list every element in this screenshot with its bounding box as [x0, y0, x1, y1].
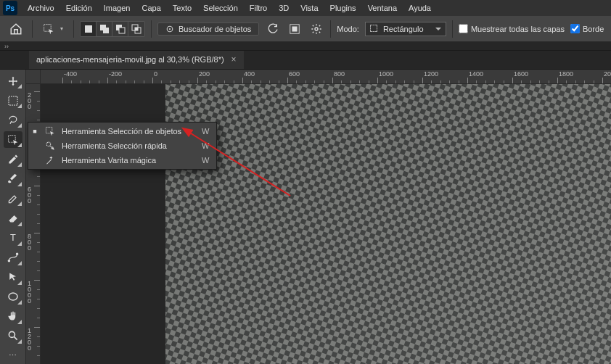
tool-eraser[interactable]: [4, 210, 22, 226]
tool-zoom[interactable]: [4, 328, 22, 344]
object-finder-label: Buscador de objetos: [179, 25, 251, 33]
flyout-item-quick-select[interactable]: Herramienta Selección rápida W: [28, 138, 216, 153]
svg-rect-1: [85, 25, 92, 33]
tool-path[interactable]: [4, 249, 22, 266]
hard-edge-label: Borde: [583, 25, 604, 33]
marquee-icon: [370, 25, 377, 32]
tool-brush[interactable]: [4, 170, 22, 187]
object-select-icon: [43, 23, 54, 35]
subtract-selection-icon: [115, 24, 126, 34]
refresh-button[interactable]: [265, 21, 281, 37]
selection-intersect[interactable]: [128, 22, 144, 36]
menu-archivo[interactable]: Archivo: [22, 2, 60, 14]
ruler-tick: 1400: [467, 70, 468, 83]
home-button[interactable]: [6, 19, 26, 39]
workspace: T ⋯ -400-2000200400600800100012001400160…: [0, 70, 611, 364]
ruler-tick: 2000: [602, 70, 603, 83]
tool-ellipse[interactable]: [4, 289, 22, 305]
intersect-selection-icon: [131, 24, 142, 34]
object-select-icon: [44, 125, 56, 137]
menu-capa[interactable]: Capa: [136, 2, 166, 14]
menu-vista[interactable]: Vista: [295, 2, 324, 14]
ruler-tick: -200: [107, 70, 108, 83]
document-image: [165, 84, 611, 364]
document-tab[interactable]: aplicaciones-mensajeria-movil.jpg al 30,…: [29, 51, 244, 69]
separator: [32, 20, 33, 38]
ruler-tick: 400: [242, 70, 243, 83]
canvas-area: -400-20002004006008001000120014001600180…: [26, 70, 611, 364]
tool-move[interactable]: [4, 73, 22, 89]
selected-indicator: ■: [31, 128, 38, 135]
menu-ayuda[interactable]: Ayuda: [403, 2, 437, 14]
flyout-item-object-select[interactable]: ■ Herramienta Selección de objetos W: [28, 124, 216, 138]
square-icon: [84, 25, 93, 33]
menu-3d[interactable]: 3D: [273, 2, 295, 14]
overlay-button[interactable]: [287, 21, 303, 37]
menu-filtro[interactable]: Filtro: [244, 2, 273, 14]
tools-panel: T ⋯: [0, 70, 26, 364]
separator: [330, 20, 331, 38]
settings-button[interactable]: [308, 21, 324, 37]
tool-object-select[interactable]: [4, 131, 22, 148]
separator: [151, 20, 152, 38]
menu-imagen[interactable]: Imagen: [98, 2, 136, 14]
svg-point-17: [8, 260, 9, 262]
target-icon: [165, 25, 174, 33]
menu-seleccion[interactable]: Selección: [197, 2, 244, 14]
selection-new[interactable]: [81, 22, 97, 36]
mode-select[interactable]: Rectángulo: [365, 22, 446, 36]
hard-edge-toggle[interactable]: Borde: [570, 24, 604, 33]
ruler-tick: 1000: [377, 70, 378, 83]
svg-point-18: [16, 253, 17, 255]
sample-all-layers-label: Muestrear todas las capas: [471, 25, 565, 33]
flyout-label: Herramienta Selección de objetos: [62, 127, 196, 136]
gear-icon: [311, 23, 322, 35]
flyout-shortcut: W: [202, 156, 209, 165]
ruler-tick: 200: [197, 70, 198, 83]
flyout-label: Herramienta Selección rápida: [62, 141, 196, 150]
document-tab-title: aplicaciones-mensajeria-movil.jpg al 30,…: [36, 55, 224, 64]
ruler-tick: 1600: [512, 70, 513, 83]
svg-point-20: [9, 332, 15, 338]
chevron-right-icon: ››: [4, 43, 9, 50]
svg-rect-12: [292, 26, 298, 31]
sample-all-layers-toggle[interactable]: Muestrear todas las capas: [459, 24, 565, 33]
tool-more[interactable]: ⋯: [4, 347, 22, 364]
object-finder-toggle[interactable]: Buscador de objetos: [157, 22, 259, 36]
selection-add[interactable]: [97, 22, 112, 36]
svg-rect-3: [103, 28, 109, 33]
panel-collapse-strip[interactable]: ››: [0, 42, 611, 51]
home-icon: [9, 22, 22, 36]
selection-mode-group: [80, 21, 145, 37]
tool-type[interactable]: T: [4, 230, 22, 247]
flyout-shortcut: W: [202, 127, 209, 136]
tool-hand[interactable]: [4, 308, 22, 325]
flyout-item-magic-wand[interactable]: Herramienta Varita mágica W: [28, 153, 216, 167]
menu-texto[interactable]: Texto: [167, 2, 197, 14]
sample-all-layers-checkbox[interactable]: [459, 24, 468, 33]
svg-rect-14: [9, 96, 17, 105]
flyout-shortcut: W: [202, 141, 209, 150]
hard-edge-checkbox[interactable]: [570, 24, 580, 33]
add-selection-icon: [99, 24, 110, 34]
refresh-icon: [267, 23, 279, 35]
svg-text:T: T: [10, 232, 16, 243]
menu-ventana[interactable]: Ventana: [362, 2, 403, 14]
tool-lasso[interactable]: [4, 112, 22, 128]
tool-eyedropper[interactable]: [4, 151, 22, 167]
menu-edicion[interactable]: Edición: [60, 2, 98, 14]
svg-point-13: [315, 28, 318, 30]
menu-plugins[interactable]: Plugins: [324, 2, 362, 14]
tool-direct-select[interactable]: [4, 269, 22, 286]
svg-rect-5: [119, 28, 125, 33]
horizontal-ruler[interactable]: -400-20002004006008001000120014001600180…: [41, 70, 611, 84]
document-tab-bar: aplicaciones-mensajeria-movil.jpg al 30,…: [0, 51, 611, 70]
mode-select-value: Rectángulo: [383, 25, 424, 33]
close-tab-button[interactable]: ×: [231, 54, 237, 65]
svg-point-19: [9, 293, 17, 300]
tool-proxy[interactable]: ▾: [38, 22, 67, 36]
app-logo: Ps: [3, 1, 17, 15]
tool-marquee[interactable]: [4, 92, 22, 109]
tool-pencil[interactable]: [4, 190, 22, 207]
selection-subtract[interactable]: [112, 22, 128, 36]
